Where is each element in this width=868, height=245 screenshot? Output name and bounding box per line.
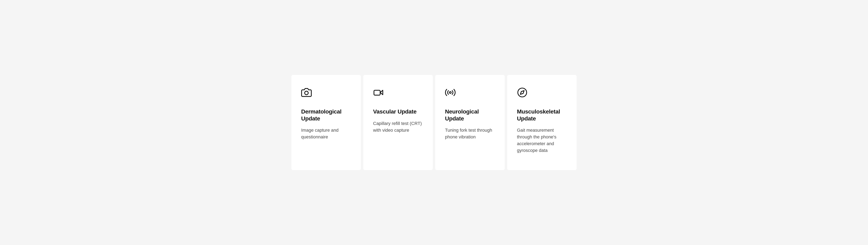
card-musculoskeletal-description: Gait measurement through the phone's acc… xyxy=(517,127,567,154)
card-musculoskeletal-title: Musculoskeletal Update xyxy=(517,108,567,122)
radio-icon xyxy=(445,87,495,99)
card-dermatological-description: Image capture and questionnaire xyxy=(301,127,351,140)
card-vascular-description: Capillary refill test (CRT) with video c… xyxy=(373,120,423,134)
svg-point-3 xyxy=(518,88,527,97)
compass-icon xyxy=(517,87,567,99)
svg-marker-4 xyxy=(520,91,524,94)
cards-container: Dermatological Update Image capture and … xyxy=(291,75,577,170)
card-musculoskeletal: Musculoskeletal Update Gait measurement … xyxy=(507,75,577,170)
svg-rect-1 xyxy=(374,90,380,95)
card-vascular-title: Vascular Update xyxy=(373,108,423,115)
svg-point-2 xyxy=(450,92,451,93)
card-neurological-title: Neurological Update xyxy=(445,108,495,122)
video-icon xyxy=(373,87,423,99)
camera-icon xyxy=(301,87,351,99)
svg-point-0 xyxy=(305,91,308,94)
card-dermatological: Dermatological Update Image capture and … xyxy=(291,75,361,170)
card-neurological: Neurological Update Tuning fork test thr… xyxy=(435,75,505,170)
card-neurological-description: Tuning fork test through phone vibration xyxy=(445,127,495,140)
card-vascular: Vascular Update Capillary refill test (C… xyxy=(363,75,433,170)
card-dermatological-title: Dermatological Update xyxy=(301,108,351,122)
